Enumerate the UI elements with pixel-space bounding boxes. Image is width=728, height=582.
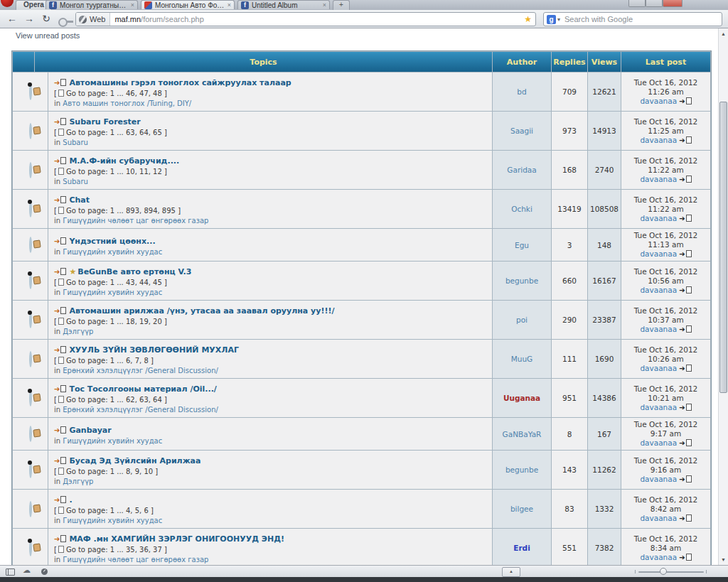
forum-link[interactable]: Гишүүдийн хувийн хуудас	[63, 248, 162, 256]
topic-title-link[interactable]: МАФ .мн ХАМГИЙН ЗЭРЛЭГ ОНИГООНУУД ЭНД!	[69, 534, 284, 544]
author-link[interactable]: Saagii	[510, 126, 533, 135]
forum-link[interactable]: Авто машин тоноглох /Tuning, DIY/	[63, 99, 191, 107]
back-button[interactable]: ←	[4, 11, 20, 26]
goto-latest-post-icon[interactable]: ➔	[54, 79, 66, 87]
forum-link[interactable]: Ерөнхий хэлэлцүүлэг /General Discussion/	[63, 367, 218, 374]
tab-close-icon[interactable]: ×	[131, 1, 134, 9]
address-bar[interactable]: Web maf.mn/forum/search.php ★	[75, 12, 536, 26]
goto-page-line[interactable]: [Go to page: 1 ... 4, 5, 6 ]	[54, 507, 488, 515]
goto-latest-post-icon[interactable]: ➔	[679, 404, 691, 411]
goto-latest-post-icon[interactable]: ➔	[679, 215, 691, 222]
web-badge-button[interactable]: Web	[76, 13, 110, 26]
new-tab-button[interactable]: +	[333, 0, 350, 10]
lastpost-author-link[interactable]: davaanaa	[640, 514, 677, 522]
goto-latest-post-icon[interactable]: ➔	[54, 268, 66, 276]
author-link[interactable]: bd	[517, 87, 526, 96]
topic-title-link[interactable]: Бусад Эд Зүйлсийн Арилжаа	[69, 456, 200, 465]
goto-latest-post-icon[interactable]: ➔	[54, 385, 66, 393]
goto-page-line[interactable]: [Go to page: 1 ... 63, 64, 65 ]	[54, 129, 488, 137]
goto-latest-post-icon[interactable]: ➔	[54, 457, 66, 465]
lastpost-author-link[interactable]: davaanaa	[640, 136, 677, 144]
topic-title-link[interactable]: BeGunBe авто ертөнц V.3	[77, 267, 191, 276]
forum-link[interactable]: Гишүүдийн хувийн хуудас	[63, 437, 162, 445]
bookmark-star-icon[interactable]: ★	[524, 15, 532, 23]
author-link[interactable]: Egu	[515, 241, 529, 249]
goto-page-numbers[interactable]: 1 ... 62, 63, 64	[110, 396, 164, 404]
view-unread-posts-link[interactable]: View unread posts	[16, 31, 80, 40]
goto-latest-post-icon[interactable]: ➔	[54, 346, 66, 354]
forum-link[interactable]: Дэлгүүр	[63, 328, 93, 335]
forum-link[interactable]: Гишүүдийн чөлөөт цаг өнгөрөөх газар	[63, 556, 208, 564]
goto-page-line[interactable]: [Go to page: 1 ... 10, 11, 12 ]	[54, 168, 488, 176]
goto-latest-post-icon[interactable]: ➔	[54, 157, 66, 165]
goto-latest-post-icon[interactable]: ➔	[679, 136, 691, 144]
lastpost-author-link[interactable]: davaanaa	[640, 553, 677, 561]
author-link[interactable]: begunbe	[505, 465, 538, 474]
lastpost-author-link[interactable]: davaanaa	[640, 175, 677, 183]
goto-latest-post-icon[interactable]: ➔	[679, 325, 691, 333]
lastpost-author-link[interactable]: davaanaa	[640, 438, 677, 447]
goto-latest-post-icon[interactable]: ➔	[54, 118, 66, 126]
vertical-scrollbar[interactable]: ▲ ▼	[718, 28, 728, 565]
lastpost-author-link[interactable]: davaanaa	[640, 364, 677, 372]
search-input[interactable]	[563, 14, 722, 24]
goto-page-line[interactable]: [Go to page: 1 ... 8, 9, 10 ]	[54, 468, 488, 476]
opera-logo-icon[interactable]	[1, 0, 14, 7]
topic-title-link[interactable]: Chat	[69, 195, 90, 205]
panels-toggle-icon[interactable]	[6, 568, 15, 576]
fit-to-width-button[interactable]: ▲	[502, 567, 520, 577]
browser-tab-2-active[interactable]: Монголын Авто Фору... ×	[141, 0, 235, 9]
forum-link[interactable]: Subaru	[63, 139, 88, 146]
lastpost-author-link[interactable]: davaanaa	[640, 214, 677, 222]
topic-title-link[interactable]: Автомашин арилжаа /үнэ, утасаа аа заавал…	[69, 306, 334, 316]
goto-page-line[interactable]: [Go to page: 1 ... 46, 47, 48 ]	[54, 90, 488, 98]
goto-page-numbers[interactable]: 1 ... 18, 19, 20	[110, 318, 164, 325]
scrollbar-thumb[interactable]	[719, 102, 727, 393]
forward-button[interactable]: →	[21, 11, 37, 26]
zoom-slider-track[interactable]	[638, 571, 704, 573]
goto-latest-post-icon[interactable]: ➔	[679, 514, 691, 522]
goto-page-line[interactable]: [Go to page: 1 ... 18, 19, 20 ]	[54, 318, 488, 326]
goto-latest-post-icon[interactable]: ➔	[679, 475, 691, 483]
author-link[interactable]: Ochki	[511, 205, 532, 213]
topic-title-link[interactable]: Ganbayar	[69, 426, 111, 435]
author-link[interactable]: Uuganaa	[503, 394, 540, 402]
window-maximize-button[interactable]	[646, 0, 663, 7]
author-link[interactable]: poi	[516, 316, 528, 324]
goto-page-numbers[interactable]: 1 ... 8, 9, 10	[110, 468, 156, 475]
goto-page-numbers[interactable]: 1 ... 893, 894, 895	[110, 207, 178, 215]
tab-close-icon[interactable]: ×	[228, 1, 231, 9]
forum-link[interactable]: Гишүүдийн хувийн хуудас	[63, 289, 162, 296]
goto-page-numbers[interactable]: 1 ... 43, 44, 45	[110, 279, 164, 286]
goto-latest-post-icon[interactable]: ➔	[679, 439, 691, 447]
forum-link[interactable]: Гишүүдийн чөлөөт цаг өнгөрөөх газар	[63, 217, 208, 225]
goto-page-line[interactable]: [Go to page: 1 ... 62, 63, 64 ]	[54, 396, 488, 404]
goto-latest-post-icon[interactable]: ➔	[54, 307, 66, 315]
goto-latest-post-icon[interactable]: ➔	[679, 97, 691, 105]
goto-latest-post-icon[interactable]: ➔	[54, 496, 66, 504]
tab-close-icon[interactable]: ×	[323, 1, 326, 9]
author-link[interactable]: GaNBaYaR	[503, 430, 542, 438]
goto-latest-post-icon[interactable]: ➔	[679, 250, 691, 258]
window-minimize-button[interactable]	[628, 0, 646, 7]
lastpost-author-link[interactable]: davaanaa	[640, 286, 677, 294]
forum-link[interactable]: Subaru	[63, 178, 88, 185]
topic-title-link[interactable]: .	[69, 495, 72, 505]
lastpost-author-link[interactable]: davaanaa	[640, 475, 677, 483]
goto-page-numbers[interactable]: 1 ... 35, 36, 37	[110, 546, 164, 554]
goto-page-line[interactable]: [Go to page: 1 ... 43, 44, 45 ]	[54, 279, 488, 287]
goto-page-numbers[interactable]: 1 ... 6, 7, 8	[110, 357, 151, 365]
goto-page-line[interactable]: [Go to page: 1 ... 6, 7, 8 ]	[54, 357, 488, 365]
window-close-button[interactable]	[663, 0, 682, 7]
chevron-down-icon[interactable]: ▾	[557, 16, 560, 23]
lastpost-author-link[interactable]: davaanaa	[640, 325, 677, 333]
forum-link[interactable]: Дэлгүүр	[63, 478, 93, 485]
opera-link-cloud-icon[interactable]: ☁	[23, 566, 31, 575]
browser-tab-3[interactable]: f Untitled Album ×	[237, 0, 330, 9]
goto-page-numbers[interactable]: 1 ... 63, 64, 65	[110, 129, 164, 136]
topic-title-link[interactable]: Тос Тосолгооны материал /Oil.../	[69, 384, 216, 394]
topic-title-link[interactable]: Үндэстний цөөнх...	[69, 237, 155, 246]
scroll-down-button[interactable]: ▼	[719, 554, 728, 565]
lastpost-author-link[interactable]: davaanaa	[640, 97, 677, 105]
goto-latest-post-icon[interactable]: ➔	[54, 196, 66, 204]
